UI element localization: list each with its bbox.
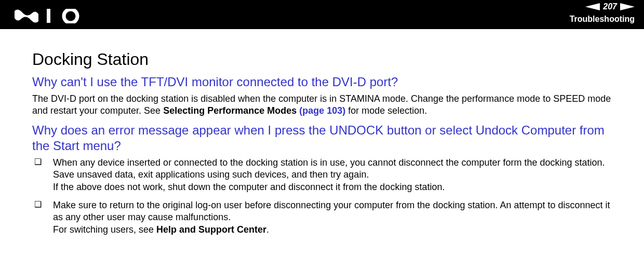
page-title: Docking Station	[32, 50, 614, 69]
svg-rect-0	[47, 9, 50, 23]
page-number: 207	[603, 2, 617, 11]
vaio-logo	[15, 9, 85, 23]
answer-1-link[interactable]: (page 103)	[299, 105, 345, 116]
bullet-2-text-post: .	[266, 224, 269, 235]
page-content: Docking Station Why can't I use the TFT/…	[0, 29, 644, 236]
bullet-2-text-pre: Make sure to return to the original log-…	[53, 200, 610, 235]
answer-1: The DVI-D port on the docking station is…	[32, 93, 614, 117]
section-label: Troubleshooting	[570, 15, 635, 24]
question-2: Why does an error message appear when I …	[32, 123, 614, 154]
bullet-1-text: When any device inserted or connected to…	[53, 157, 605, 192]
next-page-arrow-icon[interactable]	[620, 3, 635, 10]
answer-1-bold: Selecting Performance Modes	[163, 105, 299, 116]
question-1: Why can't I use the TFT/DVI monitor conn…	[32, 74, 614, 90]
svg-point-1	[64, 9, 77, 23]
page-nav: 207	[585, 2, 635, 11]
header-bar: 207 Troubleshooting	[0, 0, 644, 29]
list-item: Make sure to return to the original log-…	[32, 199, 614, 236]
bullet-2-bold: Help and Support Center	[156, 224, 266, 235]
answer-1-text-post: for mode selection.	[345, 105, 427, 116]
prev-page-arrow-icon[interactable]	[585, 3, 600, 10]
list-item: When any device inserted or connected to…	[32, 157, 614, 193]
answer-2-bullets: When any device inserted or connected to…	[32, 157, 614, 236]
